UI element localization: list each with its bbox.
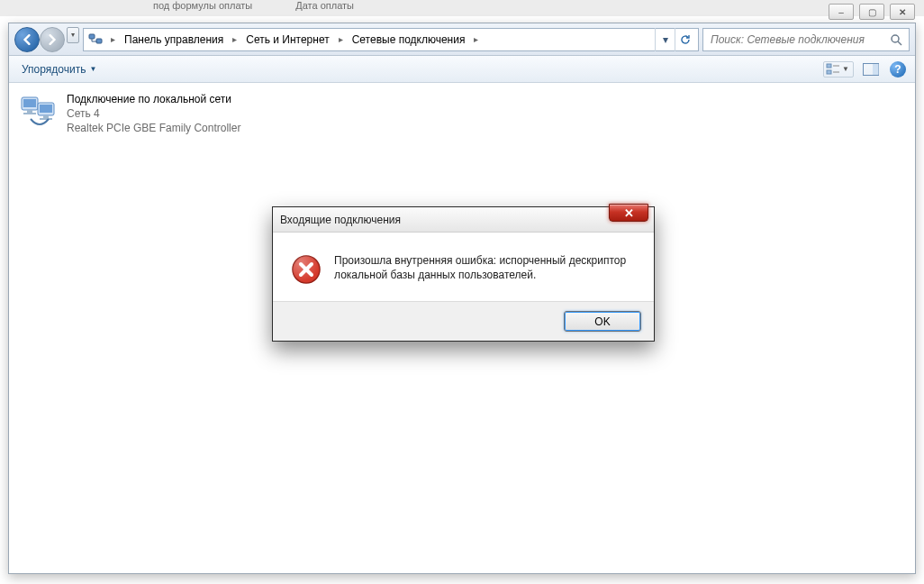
back-button[interactable] — [14, 27, 40, 52]
breadcrumb-control-panel[interactable]: Панель управления — [119, 29, 229, 50]
svg-rect-13 — [23, 113, 36, 114]
connection-item[interactable]: Подключение по локальной сети Сеть 4 Rea… — [18, 92, 906, 136]
error-icon — [291, 254, 322, 285]
breadcrumb-network-connections[interactable]: Сетевые подключения — [347, 29, 471, 50]
close-window-button[interactable]: ✕ — [890, 4, 915, 20]
preview-pane-button[interactable] — [861, 59, 881, 79]
svg-rect-16 — [43, 115, 49, 118]
chevron-right-icon[interactable]: ▸ — [109, 34, 117, 44]
svg-rect-17 — [40, 118, 52, 120]
dialog-title-bar[interactable]: Входящие подключения — [273, 207, 654, 233]
help-button[interactable]: ? — [888, 59, 908, 79]
svg-rect-15 — [40, 105, 52, 113]
minimize-button[interactable]: – — [829, 4, 854, 20]
maximize-button[interactable]: ▢ — [859, 4, 884, 20]
connection-adapter: Realtek PCIe GBE Family Controller — [67, 121, 240, 135]
dialog-body: Произошла внутренняя ошибка: испорченный… — [273, 233, 654, 301]
chevron-right-icon[interactable]: ▸ — [337, 34, 345, 44]
svg-rect-0 — [89, 34, 95, 39]
dialog-footer: OK — [273, 301, 654, 341]
toolbar: Упорядочить ▼ ▼ ? — [9, 56, 915, 83]
nav-buttons: ▾ — [14, 27, 79, 52]
dialog-title: Входящие подключения — [280, 214, 401, 226]
window-controls: – ▢ ✕ — [829, 4, 915, 20]
chevron-down-icon: ▼ — [89, 65, 96, 73]
network-connections-icon — [87, 32, 104, 48]
lan-connection-icon — [18, 92, 58, 128]
breadcrumb-bar[interactable]: ▸ Панель управления ▸ Сеть и Интернет ▸ … — [83, 28, 699, 51]
address-bar-controls: ▾ — [655, 28, 694, 51]
search-icon[interactable] — [889, 32, 903, 47]
svg-line-3 — [898, 41, 901, 45]
background-window-menu: под формулы оплаты Дата оплаты — [0, 0, 924, 16]
refresh-button[interactable] — [675, 28, 694, 51]
dialog-message: Произошла внутренняя ошибка: испорченный… — [334, 254, 636, 285]
breadcrumb-network-internet[interactable]: Сеть и Интернет — [240, 29, 334, 50]
address-bar-row: ▾ ▸ Панель управления ▸ Сеть и Интернет … — [9, 23, 915, 56]
chevron-right-icon[interactable]: ▸ — [472, 34, 480, 44]
connection-network: Сеть 4 — [67, 106, 240, 121]
ok-button[interactable]: OK — [564, 311, 641, 332]
svg-rect-11 — [23, 99, 36, 107]
svg-rect-5 — [827, 70, 831, 74]
connection-title: Подключение по локальной сети — [67, 92, 240, 106]
view-options-button[interactable]: ▼ — [823, 61, 854, 78]
search-box[interactable] — [702, 28, 910, 51]
chevron-right-icon[interactable]: ▸ — [231, 34, 239, 44]
error-dialog: ✕ Входящие подключения Произошла внутрен… — [272, 206, 655, 342]
svg-rect-4 — [827, 64, 831, 68]
search-input[interactable] — [709, 32, 889, 47]
dialog-close-button[interactable]: ✕ — [609, 204, 648, 222]
help-icon: ? — [890, 61, 906, 78]
toolbar-right: ▼ ? — [823, 59, 908, 79]
bg-menu-item: Дата оплаты — [295, 0, 354, 16]
forward-button — [40, 27, 65, 52]
chevron-down-icon: ▼ — [842, 65, 849, 73]
nav-history-dropdown[interactable]: ▾ — [67, 27, 79, 43]
connection-text: Подключение по локальной сети Сеть 4 Rea… — [67, 92, 240, 136]
svg-point-2 — [892, 35, 899, 42]
address-dropdown-button[interactable]: ▾ — [655, 28, 675, 51]
organize-menu[interactable]: Упорядочить ▼ — [16, 59, 102, 79]
organize-label: Упорядочить — [22, 63, 86, 76]
bg-menu-item: под формулы оплаты — [153, 0, 252, 16]
svg-rect-12 — [27, 110, 32, 113]
svg-rect-9 — [873, 64, 879, 75]
